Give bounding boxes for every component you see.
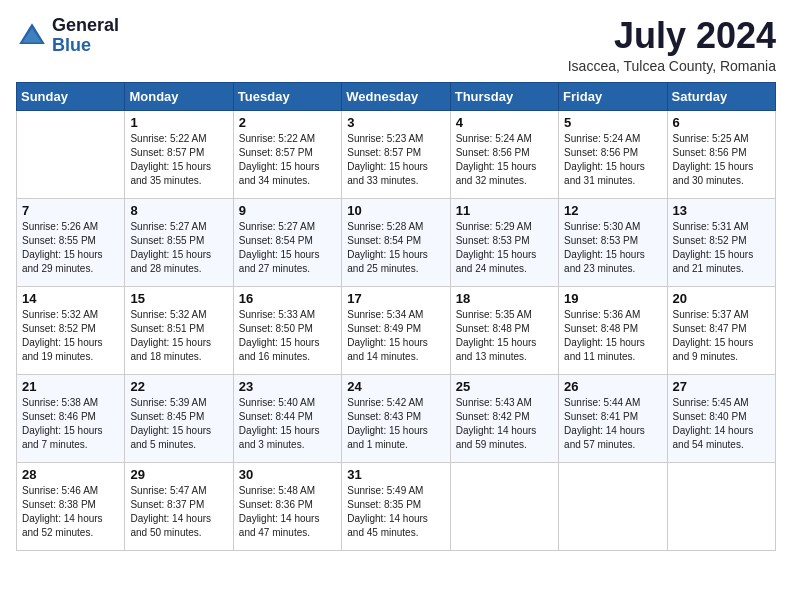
- day-number: 5: [564, 115, 661, 130]
- day-info: Sunrise: 5:46 AM Sunset: 8:38 PM Dayligh…: [22, 484, 119, 540]
- day-number: 22: [130, 379, 227, 394]
- day-number: 9: [239, 203, 336, 218]
- calendar-cell: 22Sunrise: 5:39 AM Sunset: 8:45 PM Dayli…: [125, 374, 233, 462]
- day-info: Sunrise: 5:45 AM Sunset: 8:40 PM Dayligh…: [673, 396, 770, 452]
- day-info: Sunrise: 5:25 AM Sunset: 8:56 PM Dayligh…: [673, 132, 770, 188]
- day-number: 3: [347, 115, 444, 130]
- day-number: 16: [239, 291, 336, 306]
- logo-icon: [16, 20, 48, 52]
- day-info: Sunrise: 5:23 AM Sunset: 8:57 PM Dayligh…: [347, 132, 444, 188]
- day-number: 24: [347, 379, 444, 394]
- day-info: Sunrise: 5:36 AM Sunset: 8:48 PM Dayligh…: [564, 308, 661, 364]
- day-info: Sunrise: 5:29 AM Sunset: 8:53 PM Dayligh…: [456, 220, 553, 276]
- calendar-header-sunday: Sunday: [17, 82, 125, 110]
- day-number: 29: [130, 467, 227, 482]
- day-info: Sunrise: 5:40 AM Sunset: 8:44 PM Dayligh…: [239, 396, 336, 452]
- day-number: 14: [22, 291, 119, 306]
- calendar-cell: 13Sunrise: 5:31 AM Sunset: 8:52 PM Dayli…: [667, 198, 775, 286]
- calendar-cell: 12Sunrise: 5:30 AM Sunset: 8:53 PM Dayli…: [559, 198, 667, 286]
- calendar-cell: 7Sunrise: 5:26 AM Sunset: 8:55 PM Daylig…: [17, 198, 125, 286]
- day-number: 19: [564, 291, 661, 306]
- calendar-cell: 6Sunrise: 5:25 AM Sunset: 8:56 PM Daylig…: [667, 110, 775, 198]
- page-header: General Blue July 2024 Isaccea, Tulcea C…: [16, 16, 776, 74]
- day-number: 13: [673, 203, 770, 218]
- day-number: 23: [239, 379, 336, 394]
- day-number: 30: [239, 467, 336, 482]
- day-number: 27: [673, 379, 770, 394]
- calendar-cell: 25Sunrise: 5:43 AM Sunset: 8:42 PM Dayli…: [450, 374, 558, 462]
- day-info: Sunrise: 5:44 AM Sunset: 8:41 PM Dayligh…: [564, 396, 661, 452]
- calendar-cell: 2Sunrise: 5:22 AM Sunset: 8:57 PM Daylig…: [233, 110, 341, 198]
- day-number: 18: [456, 291, 553, 306]
- day-number: 7: [22, 203, 119, 218]
- calendar-week-row: 7Sunrise: 5:26 AM Sunset: 8:55 PM Daylig…: [17, 198, 776, 286]
- calendar-week-row: 14Sunrise: 5:32 AM Sunset: 8:52 PM Dayli…: [17, 286, 776, 374]
- calendar-cell: 11Sunrise: 5:29 AM Sunset: 8:53 PM Dayli…: [450, 198, 558, 286]
- day-info: Sunrise: 5:42 AM Sunset: 8:43 PM Dayligh…: [347, 396, 444, 452]
- day-number: 11: [456, 203, 553, 218]
- calendar-cell: 5Sunrise: 5:24 AM Sunset: 8:56 PM Daylig…: [559, 110, 667, 198]
- day-info: Sunrise: 5:24 AM Sunset: 8:56 PM Dayligh…: [564, 132, 661, 188]
- day-info: Sunrise: 5:27 AM Sunset: 8:54 PM Dayligh…: [239, 220, 336, 276]
- day-info: Sunrise: 5:33 AM Sunset: 8:50 PM Dayligh…: [239, 308, 336, 364]
- calendar-table: SundayMondayTuesdayWednesdayThursdayFrid…: [16, 82, 776, 551]
- logo: General Blue: [16, 16, 119, 56]
- calendar-cell: 27Sunrise: 5:45 AM Sunset: 8:40 PM Dayli…: [667, 374, 775, 462]
- calendar-cell: [667, 462, 775, 550]
- day-number: 4: [456, 115, 553, 130]
- day-number: 26: [564, 379, 661, 394]
- calendar-cell: 15Sunrise: 5:32 AM Sunset: 8:51 PM Dayli…: [125, 286, 233, 374]
- calendar-header-friday: Friday: [559, 82, 667, 110]
- day-info: Sunrise: 5:26 AM Sunset: 8:55 PM Dayligh…: [22, 220, 119, 276]
- day-number: 6: [673, 115, 770, 130]
- day-number: 25: [456, 379, 553, 394]
- logo-text: General Blue: [52, 16, 119, 56]
- day-info: Sunrise: 5:43 AM Sunset: 8:42 PM Dayligh…: [456, 396, 553, 452]
- day-info: Sunrise: 5:37 AM Sunset: 8:47 PM Dayligh…: [673, 308, 770, 364]
- logo-general: General: [52, 16, 119, 36]
- day-info: Sunrise: 5:32 AM Sunset: 8:51 PM Dayligh…: [130, 308, 227, 364]
- location: Isaccea, Tulcea County, Romania: [568, 58, 776, 74]
- calendar-cell: 26Sunrise: 5:44 AM Sunset: 8:41 PM Dayli…: [559, 374, 667, 462]
- day-number: 10: [347, 203, 444, 218]
- day-number: 20: [673, 291, 770, 306]
- day-info: Sunrise: 5:35 AM Sunset: 8:48 PM Dayligh…: [456, 308, 553, 364]
- day-number: 17: [347, 291, 444, 306]
- day-info: Sunrise: 5:22 AM Sunset: 8:57 PM Dayligh…: [130, 132, 227, 188]
- calendar-header-row: SundayMondayTuesdayWednesdayThursdayFrid…: [17, 82, 776, 110]
- day-info: Sunrise: 5:48 AM Sunset: 8:36 PM Dayligh…: [239, 484, 336, 540]
- calendar-cell: 3Sunrise: 5:23 AM Sunset: 8:57 PM Daylig…: [342, 110, 450, 198]
- calendar-cell: [17, 110, 125, 198]
- calendar-cell: 19Sunrise: 5:36 AM Sunset: 8:48 PM Dayli…: [559, 286, 667, 374]
- day-info: Sunrise: 5:24 AM Sunset: 8:56 PM Dayligh…: [456, 132, 553, 188]
- day-info: Sunrise: 5:27 AM Sunset: 8:55 PM Dayligh…: [130, 220, 227, 276]
- calendar-cell: [450, 462, 558, 550]
- day-number: 8: [130, 203, 227, 218]
- calendar-cell: 30Sunrise: 5:48 AM Sunset: 8:36 PM Dayli…: [233, 462, 341, 550]
- calendar-header-tuesday: Tuesday: [233, 82, 341, 110]
- calendar-header-saturday: Saturday: [667, 82, 775, 110]
- day-info: Sunrise: 5:38 AM Sunset: 8:46 PM Dayligh…: [22, 396, 119, 452]
- day-info: Sunrise: 5:31 AM Sunset: 8:52 PM Dayligh…: [673, 220, 770, 276]
- calendar-cell: 4Sunrise: 5:24 AM Sunset: 8:56 PM Daylig…: [450, 110, 558, 198]
- calendar-header-monday: Monday: [125, 82, 233, 110]
- calendar-cell: 31Sunrise: 5:49 AM Sunset: 8:35 PM Dayli…: [342, 462, 450, 550]
- day-number: 1: [130, 115, 227, 130]
- calendar-header-wednesday: Wednesday: [342, 82, 450, 110]
- calendar-cell: [559, 462, 667, 550]
- day-info: Sunrise: 5:49 AM Sunset: 8:35 PM Dayligh…: [347, 484, 444, 540]
- day-number: 2: [239, 115, 336, 130]
- calendar-week-row: 21Sunrise: 5:38 AM Sunset: 8:46 PM Dayli…: [17, 374, 776, 462]
- day-info: Sunrise: 5:22 AM Sunset: 8:57 PM Dayligh…: [239, 132, 336, 188]
- month-title: July 2024: [568, 16, 776, 56]
- day-info: Sunrise: 5:28 AM Sunset: 8:54 PM Dayligh…: [347, 220, 444, 276]
- calendar-cell: 9Sunrise: 5:27 AM Sunset: 8:54 PM Daylig…: [233, 198, 341, 286]
- day-number: 12: [564, 203, 661, 218]
- calendar-week-row: 1Sunrise: 5:22 AM Sunset: 8:57 PM Daylig…: [17, 110, 776, 198]
- day-number: 21: [22, 379, 119, 394]
- calendar-cell: 29Sunrise: 5:47 AM Sunset: 8:37 PM Dayli…: [125, 462, 233, 550]
- day-info: Sunrise: 5:39 AM Sunset: 8:45 PM Dayligh…: [130, 396, 227, 452]
- day-number: 28: [22, 467, 119, 482]
- day-info: Sunrise: 5:34 AM Sunset: 8:49 PM Dayligh…: [347, 308, 444, 364]
- day-info: Sunrise: 5:47 AM Sunset: 8:37 PM Dayligh…: [130, 484, 227, 540]
